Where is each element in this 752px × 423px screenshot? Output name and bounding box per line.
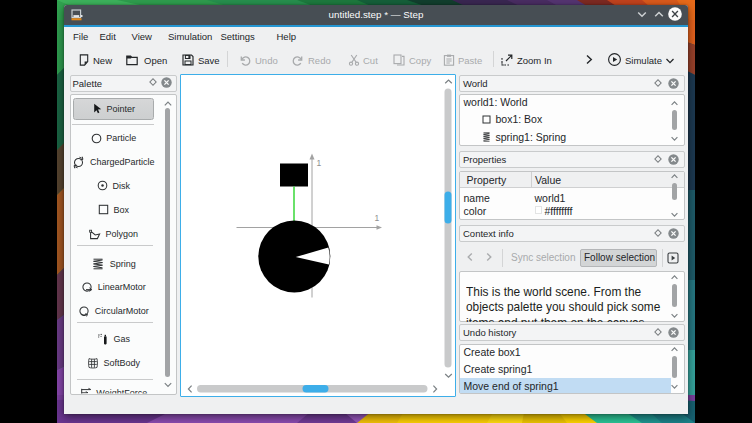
svg-text:1: 1 — [374, 212, 379, 222]
svg-text:1: 1 — [316, 157, 321, 167]
